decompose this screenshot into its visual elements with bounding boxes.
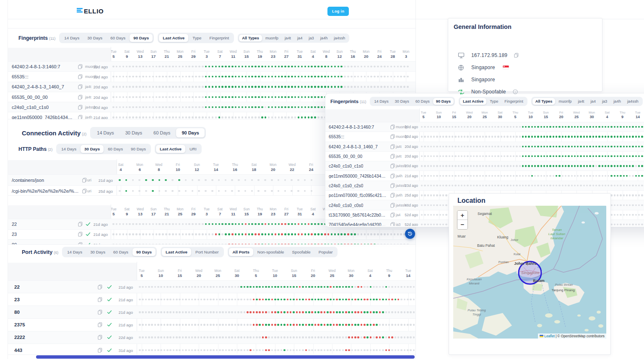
ca-range-90-days[interactable]: 90 Days <box>176 128 205 137</box>
ellio-logo[interactable]: ELLIO <box>77 7 104 15</box>
fp-type-ja3[interactable]: ja3 <box>306 35 317 41</box>
fp-type-ja4h[interactable]: ja4h <box>317 35 331 41</box>
copy-icon[interactable] <box>390 212 395 217</box>
ca-range-30-days[interactable]: 30 Days <box>120 128 148 137</box>
copy-icon[interactable] <box>98 335 102 340</box>
fingerprint-row[interactable]: 65535:::muonfp20d ago <box>325 132 644 141</box>
fp-sort-fingerprint[interactable]: Fingerprint <box>205 34 233 42</box>
copy-icon[interactable] <box>78 105 83 110</box>
fp-type-ja4[interactable]: ja4 <box>587 98 598 105</box>
copy-icon[interactable] <box>390 144 395 149</box>
fp-type-ja4ssh[interactable]: ja4ssh <box>624 98 641 105</box>
pa-filter-non-spoofable[interactable]: Non-spoofable <box>254 248 288 256</box>
copy-icon[interactable] <box>390 183 395 188</box>
port-row[interactable]: 2321d ago <box>8 229 415 240</box>
fp-type-all-types[interactable]: All Types <box>239 35 262 41</box>
port-row[interactable]: 2321d ago <box>8 293 415 305</box>
pa-sort-last-active[interactable]: Last Active <box>162 248 191 256</box>
copy-icon[interactable] <box>82 189 87 194</box>
pa-range-60-days[interactable]: 60 Days <box>109 248 132 256</box>
fp-type-ja3[interactable]: ja3 <box>599 98 610 105</box>
port-row[interactable]: 8021d ago <box>8 239 415 245</box>
fp-sort-fingerprint[interactable]: Fingerprint <box>501 98 526 105</box>
copy-icon[interactable] <box>78 115 83 119</box>
fingerprint-row[interactable]: 64240:2-4-8-1-3:1460:7muonfp20d ago <box>325 122 644 132</box>
copy-icon[interactable] <box>98 348 102 353</box>
copy-icon[interactable] <box>78 95 83 100</box>
ca-range-14-days[interactable]: 14 Days <box>91 128 119 137</box>
copy-icon[interactable] <box>390 154 395 159</box>
pa-filter-popular[interactable]: Popular <box>315 248 337 256</box>
port-row[interactable]: 237521d ago <box>8 318 415 331</box>
http-range-90-days[interactable]: 90 Days <box>127 145 150 153</box>
fp-type-ja4t[interactable]: ja4t <box>282 35 294 41</box>
http-range-30-days[interactable]: 30 Days <box>80 145 104 153</box>
fingerprint-row[interactable]: 64240:2-4-8-1-3:1460:7muonfp20d ago <box>8 61 415 71</box>
map[interactable]: SegamatMuarKluangJohorBatu PahatKulaiPon… <box>453 206 606 339</box>
fp-range-90-days[interactable]: 90 Days <box>130 34 153 42</box>
port-row[interactable]: 2221d ago <box>8 280 415 293</box>
info-icon[interactable] <box>513 89 518 94</box>
pa-range-90-days[interactable]: 90 Days <box>132 248 156 256</box>
fp-range-60-days[interactable]: 60 Days <box>413 98 433 105</box>
fp-sort-last-active[interactable]: Last Active <box>460 98 486 105</box>
port-row[interactable]: 44331d ago <box>8 344 415 355</box>
fp-type-ja4ssh[interactable]: ja4ssh <box>331 35 348 41</box>
copy-icon[interactable] <box>98 297 102 302</box>
fingerprint-row[interactable]: 65535:::muonfp20d ago <box>8 71 415 81</box>
copy-icon[interactable] <box>82 178 87 183</box>
fp-range-14-days[interactable]: 14 Days <box>60 34 83 42</box>
copy-icon[interactable] <box>390 124 395 129</box>
zoom-in-button[interactable]: + <box>457 211 467 220</box>
fp-range-60-days[interactable]: 60 Days <box>106 34 129 42</box>
zoom-out-button[interactable]: − <box>457 220 467 229</box>
pa-range-14-days[interactable]: 14 Days <box>63 248 86 256</box>
fingerprint-row[interactable]: ge11nn050000_7426b1434792_00000...ja4h21… <box>325 171 644 180</box>
fp-range-14-days[interactable]: 14 Days <box>371 98 391 105</box>
copy-icon[interactable] <box>78 242 83 245</box>
copy-icon[interactable] <box>390 173 395 178</box>
fp-type-ja4[interactable]: ja4 <box>294 35 305 41</box>
fp-type-all-types[interactable]: All Types <box>532 98 556 105</box>
pa-sort-port-number[interactable]: Port Number <box>192 248 223 256</box>
ca-range-60-days[interactable]: 60 Days <box>148 128 176 137</box>
fingerprint-row[interactable]: 64240_2-4-8-1-3_1460_7ja4t20d ago <box>325 142 644 151</box>
copy-icon[interactable] <box>78 74 83 79</box>
copy-icon[interactable] <box>390 163 395 168</box>
copy-icon[interactable] <box>514 53 519 58</box>
pa-filter-all-ports[interactable]: All Ports <box>229 248 253 256</box>
login-button[interactable]: Log in <box>327 7 349 16</box>
copy-icon[interactable] <box>98 284 102 290</box>
http-sort-uri[interactable]: URI <box>186 145 200 153</box>
copy-icon[interactable] <box>78 232 83 237</box>
port-row[interactable]: 222222d ago <box>8 331 415 344</box>
copy-icon[interactable] <box>98 322 102 327</box>
fp-type-muonfp[interactable]: muonfp <box>556 98 574 105</box>
pa-range-30-days[interactable]: 30 Days <box>86 248 109 256</box>
pa-filter-spoofable[interactable]: Spoofable <box>288 248 314 256</box>
http-range-14-days[interactable]: 14 Days <box>57 145 80 153</box>
copy-icon[interactable] <box>98 310 102 315</box>
copy-icon[interactable] <box>390 193 395 198</box>
fp-sort-last-active[interactable]: Last Active <box>159 34 188 42</box>
fp-sort-type[interactable]: Type <box>189 34 205 42</box>
copy-icon[interactable] <box>78 222 83 227</box>
history-button[interactable] <box>405 229 415 239</box>
fp-range-30-days[interactable]: 30 Days <box>83 34 106 42</box>
fp-type-ja4h[interactable]: ja4h <box>610 98 624 105</box>
fingerprint-row[interactable]: c24s0_c1s0_c1s0ja4ssh20d ago <box>325 161 644 171</box>
fp-type-muonfp[interactable]: muonfp <box>262 35 281 41</box>
fingerprint-row[interactable]: 64240_2-4-8-1-3_1460_7ja4t20d ago <box>8 82 415 92</box>
http-sort-last-active[interactable]: Last Active <box>156 145 185 153</box>
fp-type-ja4t[interactable]: ja4t <box>575 98 587 105</box>
port-row[interactable]: 8021d ago <box>8 305 415 318</box>
copy-icon[interactable] <box>390 134 395 139</box>
horizontal-scrollbar[interactable] <box>36 355 415 359</box>
copy-icon[interactable] <box>78 84 83 89</box>
copy-icon[interactable] <box>390 203 395 208</box>
leaflet-link[interactable]: Leaflet <box>544 334 555 338</box>
fp-range-30-days[interactable]: 30 Days <box>392 98 412 105</box>
fp-sort-type[interactable]: Type <box>487 98 501 105</box>
copy-icon[interactable] <box>390 222 395 226</box>
http-range-60-days[interactable]: 60 Days <box>104 145 127 153</box>
